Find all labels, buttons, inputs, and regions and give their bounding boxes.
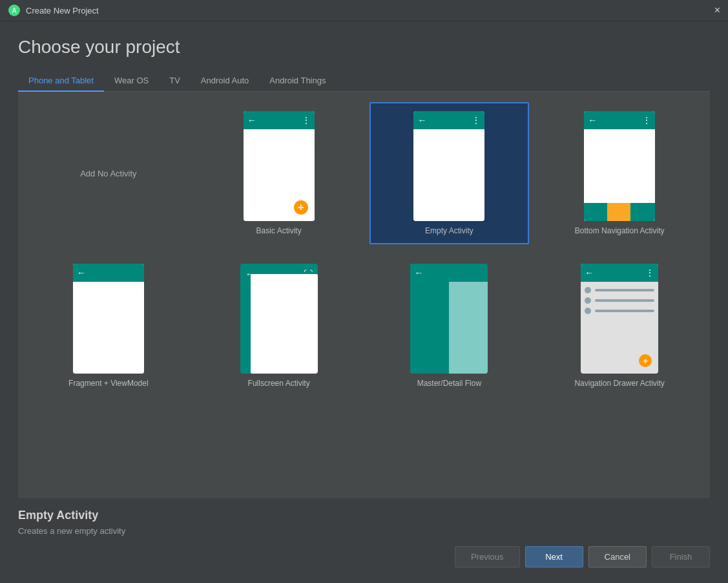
activity-item-basic[interactable]: ← ⋮ + Basic Activity — [199, 102, 359, 244]
tab-wear-os[interactable]: Wear OS — [104, 70, 159, 92]
tab-android-auto[interactable]: Android Auto — [191, 70, 259, 92]
tab-android-things[interactable]: Android Things — [259, 70, 336, 92]
bottom-nav-label: Bottom Navigation Activity — [575, 226, 665, 235]
android-logo-icon: A — [8, 4, 21, 17]
fragment-vm-label: Fragment + ViewModel — [68, 379, 149, 388]
menu-dots-icon: ⋮ — [472, 115, 481, 125]
next-button[interactable]: Next — [525, 546, 583, 567]
menu-dots-icon: ⋮ — [642, 115, 651, 125]
footer: Empty Activity Creates a new empty activ… — [0, 498, 728, 583]
cancel-button[interactable]: Cancel — [588, 546, 647, 567]
nav-drawer-label: Navigation Drawer Activity — [574, 379, 664, 388]
menu-dots-icon: ⋮ — [302, 115, 311, 125]
fab-icon: + — [639, 354, 652, 367]
activity-item-no-activity[interactable]: Add No Activity — [28, 102, 189, 244]
activity-item-fullscreen[interactable]: ← ⛶ Fullscreen Activity — [199, 255, 359, 397]
empty-activity-label: Empty Activity — [425, 226, 473, 235]
tab-bar: Phone and Tablet Wear OS TV Android Auto… — [18, 70, 710, 92]
back-arrow-icon: ← — [588, 115, 597, 125]
bottom-nav-preview: ← ⋮ — [584, 111, 655, 221]
activity-item-empty[interactable]: ← ⋮ Empty Activity — [369, 102, 530, 244]
menu-dots-icon: ⋮ — [645, 268, 654, 278]
close-button[interactable]: × — [714, 5, 720, 16]
no-activity-label: Add No Activity — [80, 169, 136, 178]
basic-activity-preview: ← ⋮ + — [244, 111, 315, 221]
fragment-vm-preview: ← — [73, 264, 144, 374]
master-detail-label: Master/Detail Flow — [417, 379, 481, 388]
back-arrow-icon: ← — [77, 268, 86, 278]
nav-drawer-preview: ← ⋮ — [581, 264, 658, 374]
content-area: Choose your project Phone and Tablet Wea… — [0, 21, 728, 498]
tab-tv[interactable]: TV — [159, 70, 191, 92]
selected-activity-description: Creates a new empty activity — [18, 526, 710, 536]
fullscreen-preview: ← ⛶ — [240, 264, 318, 374]
title-bar: A Create New Project × — [0, 0, 728, 21]
activity-item-bottom-nav[interactable]: ← ⋮ Bottom Navigation Activity — [539, 102, 700, 244]
finish-button[interactable]: Finish — [652, 546, 710, 567]
fab-icon: + — [294, 200, 308, 215]
window-title: Create New Project — [26, 6, 99, 16]
basic-activity-label: Basic Activity — [256, 226, 302, 235]
master-detail-preview: ← — [410, 264, 488, 374]
back-arrow-icon: ← — [247, 115, 256, 125]
empty-activity-preview: ← ⋮ — [413, 111, 484, 221]
selected-info: Empty Activity Creates a new empty activ… — [18, 509, 710, 536]
button-row: Previous Next Cancel Finish — [18, 546, 710, 573]
svg-text:A: A — [12, 7, 17, 14]
window: A Create New Project × Choose your proje… — [0, 0, 728, 583]
selected-activity-title: Empty Activity — [18, 509, 710, 522]
back-arrow-icon: ← — [414, 268, 423, 278]
activity-item-fragment-vm[interactable]: ← Fragment + ViewModel — [28, 255, 189, 397]
back-arrow-icon: ← — [585, 268, 594, 278]
fullscreen-label: Fullscreen Activity — [248, 379, 310, 388]
page-title: Choose your project — [18, 37, 710, 58]
tab-phone-tablet[interactable]: Phone and Tablet — [18, 70, 104, 92]
activity-grid-area: Add No Activity ← ⋮ + Basic Activity — [18, 92, 710, 498]
back-arrow-icon: ← — [417, 115, 426, 125]
activity-item-nav-drawer[interactable]: ← ⋮ — [539, 255, 700, 397]
activity-item-master-detail[interactable]: ← Master/Detail Flow — [369, 255, 530, 397]
previous-button[interactable]: Previous — [455, 546, 520, 567]
activity-grid: Add No Activity ← ⋮ + Basic Activity — [28, 102, 700, 397]
